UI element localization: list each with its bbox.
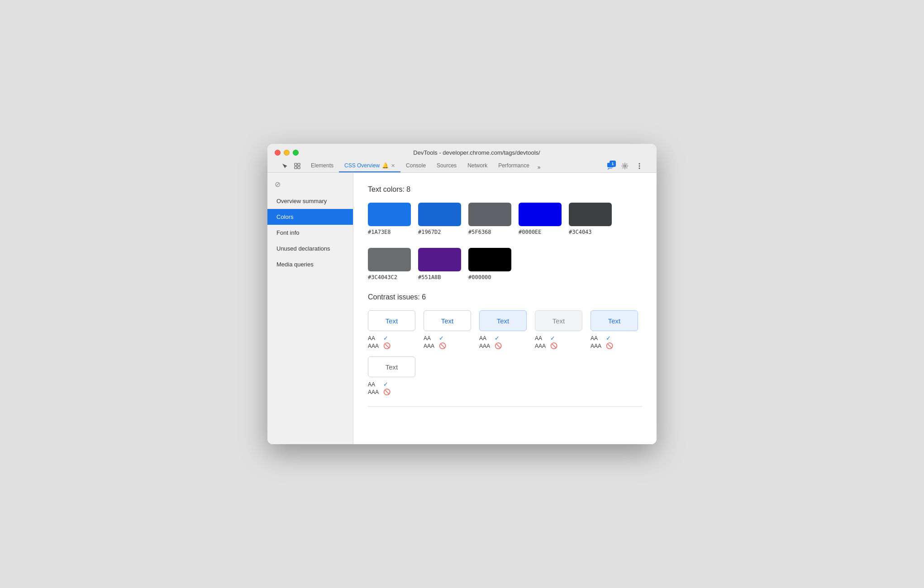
- title-bar: DevTools - developer.chrome.com/tags/dev…: [267, 144, 657, 173]
- sidebar-item-media-queries[interactable]: Media queries: [267, 256, 353, 272]
- check-icon: ✓: [439, 335, 444, 341]
- color-swatch-3c4043[interactable]: #3C4043: [569, 203, 612, 235]
- contrast-aa-row: AA ✓: [424, 335, 446, 341]
- devtools-window: DevTools - developer.chrome.com/tags/dev…: [267, 144, 657, 444]
- contrast-ratings: AA ✓ AAA 🚫: [368, 335, 391, 349]
- svg-rect-1: [298, 163, 300, 166]
- sidebar-no-icon[interactable]: ⊘: [267, 178, 353, 193]
- contrast-preview: Text: [591, 310, 638, 331]
- tab-bar-actions: 1: [604, 160, 646, 172]
- color-swatch-1a73e8[interactable]: #1A73E8: [368, 203, 411, 235]
- more-options-icon[interactable]: [633, 160, 646, 172]
- sidebar-item-unused-declarations[interactable]: Unused declarations: [267, 241, 353, 256]
- contrast-aaa-row: AAA 🚫: [479, 342, 502, 349]
- tab-network[interactable]: Network: [462, 160, 493, 172]
- contrast-item-4[interactable]: Text AA ✓ AAA 🚫: [535, 310, 582, 349]
- svg-point-5: [624, 165, 626, 167]
- color-box: [418, 203, 461, 226]
- no-icon: 🚫: [383, 342, 391, 349]
- check-icon: ✓: [606, 335, 611, 341]
- contrast-heading: Contrast issues: 6: [368, 293, 642, 301]
- contrast-ratings: AA ✓ AAA 🚫: [368, 381, 391, 395]
- color-swatches-row2: #3C4043C2 #551A8B #000000: [368, 248, 642, 280]
- tab-bar: Elements CSS Overview 🔔 ✕ Console Source…: [275, 160, 649, 172]
- svg-rect-0: [295, 163, 297, 166]
- contrast-preview: Text: [535, 310, 582, 331]
- color-box: [468, 203, 511, 226]
- contrast-aaa-row: AAA 🚫: [368, 342, 391, 349]
- contrast-aa-row: AA ✓: [368, 381, 391, 388]
- minimize-button[interactable]: [284, 150, 290, 156]
- contrast-section: Contrast issues: 6 Text AA ✓ AAA �: [368, 293, 642, 395]
- tab-sources[interactable]: Sources: [431, 160, 462, 172]
- window-title: DevTools - developer.chrome.com/tags/dev…: [304, 149, 649, 156]
- contrast-aa-row: AA ✓: [479, 335, 502, 341]
- color-hex-label: #5F6368: [468, 229, 491, 235]
- contrast-aa-row: AA ✓: [535, 335, 557, 341]
- no-icon: 🚫: [383, 389, 391, 395]
- sidebar-item-overview-summary[interactable]: Overview summary: [267, 193, 353, 209]
- contrast-item-1[interactable]: Text AA ✓ AAA 🚫: [368, 310, 415, 349]
- tab-close-icon[interactable]: ✕: [391, 163, 395, 169]
- contrast-item-3[interactable]: Text AA ✓ AAA 🚫: [479, 310, 527, 349]
- no-icon: 🚫: [495, 342, 502, 349]
- check-icon: ✓: [550, 335, 555, 341]
- color-box: [519, 203, 562, 226]
- contrast-aaa-row: AAA 🚫: [591, 342, 613, 349]
- color-box: [368, 203, 411, 226]
- contrast-aa-row: AA ✓: [591, 335, 613, 341]
- color-hex-label: #3C4043C2: [368, 274, 397, 280]
- color-swatch-0000ee[interactable]: #0000EE: [519, 203, 562, 235]
- inspect-icon[interactable]: [291, 160, 304, 172]
- contrast-item-6[interactable]: Text AA ✓ AAA 🚫: [368, 356, 415, 395]
- color-hex-label: #0000EE: [519, 229, 542, 235]
- check-icon: ✓: [383, 335, 388, 341]
- color-swatch-551a8b[interactable]: #551A8B: [418, 248, 461, 280]
- color-swatch-3c4043c2[interactable]: #3C4043C2: [368, 248, 411, 280]
- color-hex-label: #551A8B: [418, 274, 441, 280]
- contrast-aaa-row: AAA 🚫: [368, 389, 391, 395]
- tab-performance[interactable]: Performance: [493, 160, 535, 172]
- contrast-aa-row: AA ✓: [368, 335, 391, 341]
- chat-button[interactable]: 1: [604, 160, 617, 172]
- contrast-ratings: AA ✓ AAA 🚫: [591, 335, 613, 349]
- contrast-preview: Text: [424, 310, 471, 331]
- contrast-item-5[interactable]: Text AA ✓ AAA 🚫: [591, 310, 638, 349]
- main-content: ⊘ Overview summary Colors Font info Unus…: [267, 173, 657, 444]
- color-swatch-000000[interactable]: #000000: [468, 248, 511, 280]
- contrast-grid-row1: Text AA ✓ AAA 🚫: [368, 310, 642, 349]
- contrast-ratings: AA ✓ AAA 🚫: [424, 335, 446, 349]
- color-hex-label: #3C4043: [569, 229, 592, 235]
- contrast-aaa-row: AAA 🚫: [535, 342, 557, 349]
- svg-point-8: [639, 168, 640, 169]
- color-swatch-1967d2[interactable]: #1967D2: [418, 203, 461, 235]
- text-colors-heading: Text colors: 8: [368, 185, 642, 194]
- sidebar-item-font-info[interactable]: Font info: [267, 225, 353, 241]
- bottom-divider: [368, 406, 642, 407]
- contrast-preview: Text: [368, 356, 415, 377]
- contrast-preview: Text: [368, 310, 415, 331]
- color-swatch-5f6368[interactable]: #5F6368: [468, 203, 511, 235]
- svg-rect-3: [298, 166, 300, 169]
- close-button[interactable]: [275, 150, 281, 156]
- tab-elements[interactable]: Elements: [305, 160, 339, 172]
- settings-icon[interactable]: [619, 160, 631, 172]
- tab-css-overview[interactable]: CSS Overview 🔔 ✕: [339, 160, 400, 172]
- color-swatches-row1: #1A73E8 #1967D2 #5F6368 #0000EE #3C4043: [368, 203, 642, 235]
- color-box: [418, 248, 461, 271]
- contrast-grid-row2: Text AA ✓ AAA 🚫: [368, 356, 642, 395]
- color-box: [569, 203, 612, 226]
- maximize-button[interactable]: [293, 150, 299, 156]
- sidebar-item-colors[interactable]: Colors: [267, 209, 353, 225]
- check-icon: ✓: [383, 381, 388, 388]
- cursor-icon[interactable]: [278, 160, 291, 172]
- chat-badge: 1: [610, 161, 616, 167]
- tab-console[interactable]: Console: [400, 160, 431, 172]
- svg-rect-2: [295, 166, 297, 169]
- contrast-item-2[interactable]: Text AA ✓ AAA 🚫: [424, 310, 471, 349]
- contrast-ratings: AA ✓ AAA 🚫: [535, 335, 557, 349]
- contrast-preview: Text: [479, 310, 527, 331]
- no-icon: 🚫: [439, 342, 446, 349]
- tab-overflow[interactable]: »: [535, 162, 543, 172]
- color-box: [368, 248, 411, 271]
